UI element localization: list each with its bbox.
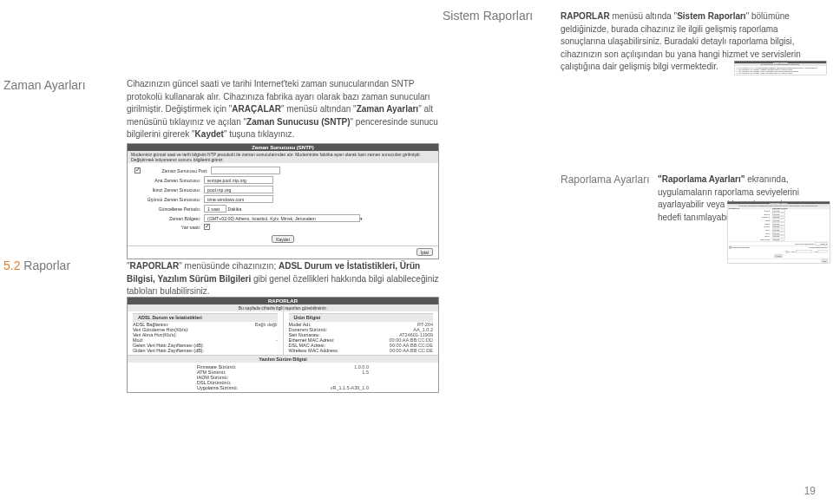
label: Yaz saati: <box>134 225 204 230</box>
checkbox-remote-ip[interactable] <box>786 251 789 253</box>
label-kernel-reporting: Kernel Raporlama Etkin <box>732 246 750 248</box>
label-remote-ip: IP Adresi <box>789 251 796 252</box>
text: " tuşuna tıklayınız. <box>224 129 294 139</box>
panel-title: Zaman Sunucusu (SNTP) <box>128 144 438 151</box>
label-minute: Dakika <box>227 206 241 212</box>
page-number: 19 <box>804 485 816 497</box>
select-kernel-level[interactable]: Critical ▾ <box>772 239 785 241</box>
input-remote-ip[interactable] <box>796 250 812 252</box>
select-level[interactable]: Critical ▾ <box>772 235 785 238</box>
input-third-ntp[interactable]: time.windows.com <box>204 195 273 203</box>
kv-row: Uygulama Sürümü:vR_1.1.5-A39_1.0 <box>197 385 369 390</box>
label-remote-reporting: Uzaktan Raporlama Etkin <box>809 246 828 249</box>
panel-description: Bu sayfada cihazla ilgili raporları göre… <box>128 304 438 311</box>
text: menüsü altında " <box>610 11 678 21</box>
section-title-zaman-ayarlari: Zaman Ayarları <box>3 78 86 92</box>
chevron-down-icon: ▾ <box>778 216 779 218</box>
chevron-down-icon: ▾ <box>778 229 779 231</box>
text: " menüsünde cihazınızın; <box>179 261 279 271</box>
chevron-down-icon: ▾ <box>778 210 779 212</box>
section-title-raporlama-ayarlari: Raporlama Ayarları <box>561 173 650 186</box>
input-primary-ntp[interactable]: europe.pool.ntp.org <box>204 176 273 184</box>
checkbox-dst[interactable] <box>204 224 210 230</box>
checkbox-sntp-port[interactable] <box>134 167 141 173</box>
text-zaman-ayarlari-bold: Zaman Ayarları <box>357 104 419 114</box>
select-level[interactable]: Critical ▾ <box>772 232 785 235</box>
input-secondary-ntp[interactable]: pool.ntp.org <box>204 186 273 193</box>
select-level[interactable]: Critical ▾ <box>772 219 785 222</box>
text-sistem-raporlari-bold: Sistem Raporları <box>677 11 745 21</box>
panel-description: Modeminiz güncel saat ve tarih bilgisini… <box>128 151 438 163</box>
select-level[interactable]: Critical ▾ <box>772 210 785 213</box>
panel-zaman-sunucusu-sntp: Zaman Sunucusu (SNTP) Modeminiz güncel s… <box>127 143 439 259</box>
panel-raporlama-ayarlari: Raporlama Ayarları Bu sayfada uygulamala… <box>727 201 830 264</box>
text-raporlama-ayarlari-bold: "Raporlama Ayarları" <box>658 174 744 184</box>
text-raporlar-bold: RAPORLAR <box>130 261 180 271</box>
section-head-urun: Ürün Bilgisi <box>289 313 434 322</box>
chevron-down-icon: ▾ <box>778 223 779 225</box>
label: Zaman Sunucusu Port: <box>141 168 211 173</box>
chevron-down-icon: ▾ <box>778 236 779 238</box>
kaydet-button[interactable]: Kaydet <box>272 235 294 243</box>
text-aracalar-bold: ARAÇALAR <box>232 104 281 114</box>
section-title-sistem-raporlari: Sistem Raporları <box>443 9 533 23</box>
input-update-period[interactable]: 1 saat <box>204 205 226 213</box>
label-remote-port: Port <box>815 251 818 252</box>
chevron-down-icon: ▾ <box>778 213 779 215</box>
chevron-down-icon: ▾ <box>778 232 779 234</box>
label: Ana Zaman Sunucusu: <box>134 178 204 183</box>
iptal-button[interactable]: İptal <box>416 248 433 256</box>
input-sntp-port[interactable] <box>211 167 280 174</box>
kv-row: Wireless MAC Address:00:00:AA:BB:CC:DE <box>289 348 434 353</box>
label: Zaman Bölgesi: <box>134 216 204 221</box>
section-number: 5.2 <box>3 259 23 272</box>
chevron-down-icon: ▾ <box>826 243 827 245</box>
section-title-5-2-raporlar: 5.2 Raporlar <box>3 259 70 272</box>
section-head-adsl: ADSL Durum ve İstatistikleri <box>133 313 278 322</box>
select-level[interactable]: Critical ▾ <box>772 213 785 215</box>
label: Üçüncü Zaman Sunucusu: <box>134 197 204 202</box>
section-head-yazilim: Yazılım Sürüm Bilgisi <box>128 355 438 363</box>
paragraph-5-2-raporlar: "RAPORLAR" menüsünde cihazınızın; ADSL D… <box>127 260 439 298</box>
log-line: >>> Jan 1 02:00:10 ASP_KERNEL MORIAL [as… <box>734 72 826 74</box>
chevron-down-icon: ▾ <box>360 216 363 221</box>
kv-row: Giden Veri Hattı Zayıflaması (dB): <box>133 348 278 353</box>
text-kaydet-bold: Kaydet <box>195 129 224 139</box>
text-raporlar-bold: RAPORLAR <box>561 11 610 21</box>
panel-sistem-raporlari-log: Sistem Raporları Bu sayfada kernel ve uy… <box>734 61 827 75</box>
select-level[interactable]: Critical ▾ <box>772 229 785 232</box>
label-syslog-timing: Syslog Raporlama Zamanı <box>795 243 815 245</box>
label: Güncelleme Periodu: <box>134 206 204 212</box>
chevron-down-icon: ▾ <box>778 219 779 221</box>
select-level[interactable]: Critical ▾ <box>772 222 785 225</box>
chevron-down-icon: ▾ <box>778 226 779 227</box>
section-name: Raporlar <box>23 259 70 272</box>
text-zaman-sunucusu-bold: Zaman Sunucusu (SNTP) <box>246 117 350 127</box>
input-remote-port[interactable] <box>818 250 828 252</box>
select-level[interactable]: Critical ▾ <box>772 226 785 228</box>
panel-raporlar: RAPORLAR Bu sayfada cihazla ilgili rapor… <box>127 297 439 393</box>
select-level[interactable]: Critical ▾ <box>772 216 785 219</box>
select-timezone[interactable]: (GMT+02:00) Athens, Istanbul, Kyiv, Mins… <box>204 214 360 222</box>
iptal-button[interactable]: İptal <box>822 259 828 262</box>
chevron-down-icon: ▾ <box>778 239 779 240</box>
paragraph-zaman-ayarlari: Cihazınızın güncel saati ve tarihi Inter… <box>127 78 439 141</box>
kaydet-button[interactable]: Kaydet <box>774 255 782 258</box>
text: " menüsü altından " <box>281 104 357 114</box>
checkbox-kernel-reporting[interactable] <box>730 246 732 249</box>
panel-title: RAPORLAR <box>128 298 438 304</box>
label: İkinci Zaman Sunucusu: <box>134 187 204 193</box>
select-syslog-timing[interactable]: Timing ▾ <box>815 242 828 245</box>
